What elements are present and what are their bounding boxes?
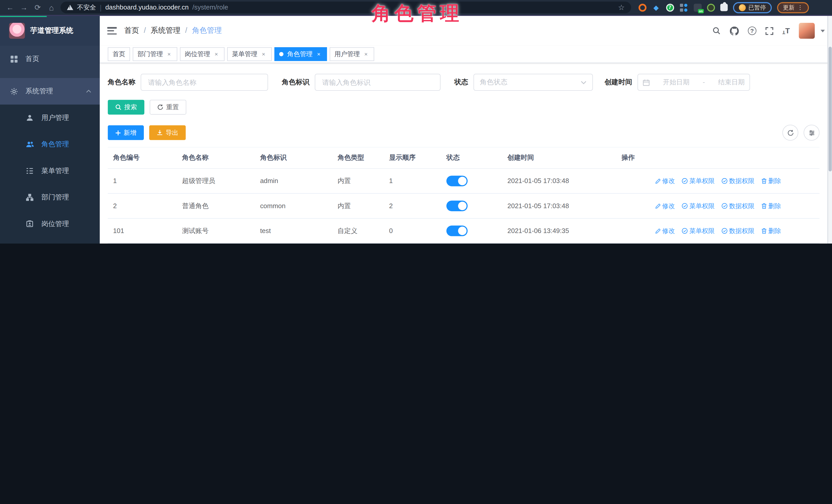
table-tool-buttons <box>782 125 820 140</box>
tab-role-mgmt[interactable]: 角色管理 <box>274 47 327 61</box>
browser-forward-icon[interactable] <box>19 3 29 11</box>
tab-home[interactable]: 首页 <box>108 47 130 61</box>
circle-check-icon <box>721 203 727 209</box>
trash-icon <box>761 178 767 184</box>
tab-menu-mgmt[interactable]: 菜单管理 <box>227 47 272 61</box>
cell-sort: 2 <box>384 193 441 218</box>
edit-label: 修改 <box>662 227 675 235</box>
extensions-puzzle-icon[interactable] <box>720 4 728 11</box>
sidebar-item-label: 用户管理 <box>41 113 69 123</box>
refresh-table-button[interactable] <box>782 125 798 140</box>
app-window: 芋道管理系统 首页 系统管理 <box>0 16 832 243</box>
avatar[interactable] <box>799 23 815 39</box>
extension-green-icon[interactable]: 7 <box>666 3 674 11</box>
browser-back-icon[interactable] <box>5 3 15 11</box>
address-bar[interactable]: 不安全 | dashboard.yudao.iocoder.cn /system… <box>60 2 631 13</box>
search-button-label: 搜索 <box>124 103 137 112</box>
search-button[interactable]: 搜索 <box>108 100 144 114</box>
avatar-caret-icon[interactable] <box>821 29 825 32</box>
role-key-label: 角色标识 <box>282 77 310 87</box>
address-separator: | <box>100 3 102 11</box>
sidebar-item-system[interactable]: 系统管理 <box>0 78 100 105</box>
circle-check-icon <box>681 203 688 209</box>
edit-link[interactable]: 修改 <box>655 176 675 185</box>
sidebar-item-post-mgmt[interactable]: 岗位管理 <box>0 211 100 237</box>
status-select[interactable]: 角色状态 <box>473 74 593 91</box>
close-icon[interactable] <box>213 51 220 58</box>
gear-icon <box>9 87 18 96</box>
close-icon[interactable] <box>315 51 322 58</box>
profile-paused-chip[interactable]: 已暂停 <box>733 2 772 13</box>
scrollbar-thumb[interactable] <box>829 47 832 171</box>
tab-post-mgmt[interactable]: 岗位管理 <box>180 47 225 61</box>
browser-reload-icon[interactable] <box>33 3 42 11</box>
data-permission-link[interactable]: 数据权限 <box>721 176 754 185</box>
date-range-picker[interactable]: 开始日期 - 结束日期 <box>638 74 750 91</box>
delete-link[interactable]: 删除 <box>761 227 781 235</box>
delete-link[interactable]: 删除 <box>761 202 781 210</box>
status-toggle[interactable] <box>446 176 468 186</box>
cell-role-name: 普通角色 <box>177 193 255 218</box>
breadcrumb-current: 角色管理 <box>185 26 222 35</box>
sidebar-item-user-mgmt[interactable]: 用户管理 <box>0 105 100 131</box>
extension-grid-icon[interactable] <box>679 3 688 11</box>
roles-table: 角色编号 角色名称 角色标识 角色类型 显示顺序 状态 创建时间 操作 1 <box>108 147 820 243</box>
breadcrumb-system[interactable]: 系统管理 <box>144 26 181 35</box>
edit-icon <box>655 203 661 209</box>
security-warning-icon[interactable] <box>67 5 73 10</box>
github-icon[interactable] <box>730 26 739 35</box>
menu-permission-link[interactable]: 菜单权限 <box>681 176 714 185</box>
tab-dept-mgmt[interactable]: 部门管理 <box>133 47 177 61</box>
cell-sort: 1 <box>384 168 441 193</box>
trash-icon <box>761 203 767 209</box>
sidebar-logo-row[interactable]: 芋道管理系统 <box>0 16 100 46</box>
extension-gem-icon[interactable] <box>652 3 660 11</box>
extension-switch-icon[interactable]: on <box>693 3 702 11</box>
role-key-input[interactable] <box>321 78 434 87</box>
menu-permission-label: 菜单权限 <box>689 227 714 235</box>
menu-permission-link[interactable]: 菜单权限 <box>681 202 714 210</box>
data-permission-link[interactable]: 数据权限 <box>721 227 754 235</box>
close-icon[interactable] <box>363 51 369 58</box>
sidebar-item-menu-mgmt[interactable]: 菜单管理 <box>0 158 100 184</box>
edit-link[interactable]: 修改 <box>655 227 675 235</box>
extension-monkey-icon[interactable] <box>707 3 715 11</box>
annotation-title: 角色管理 <box>371 1 463 26</box>
calendar-icon <box>643 79 650 86</box>
sidebar-toggle-icon[interactable] <box>107 27 116 35</box>
sidebar-item-dept-mgmt[interactable]: 部门管理 <box>0 184 100 211</box>
tab-label: 部门管理 <box>137 50 163 59</box>
edit-link[interactable]: 修改 <box>655 202 675 210</box>
close-icon[interactable] <box>166 51 173 58</box>
status-toggle[interactable] <box>446 226 468 236</box>
extension-target-icon[interactable] <box>639 3 646 11</box>
role-name-input[interactable] <box>147 78 262 87</box>
browser-home-icon[interactable] <box>47 3 56 12</box>
close-icon[interactable] <box>260 51 267 58</box>
bookmark-star-icon[interactable] <box>618 3 625 11</box>
help-icon[interactable] <box>748 27 756 35</box>
col-role-type: 角色类型 <box>332 147 384 168</box>
sidebar-item-role-mgmt[interactable]: 角色管理 <box>0 131 100 158</box>
menu-permission-link[interactable]: 菜单权限 <box>681 227 714 235</box>
create-time-label: 创建时间 <box>604 77 632 87</box>
browser-update-chip[interactable]: 更新 <box>777 2 809 13</box>
tab-user-mgmt[interactable]: 用户管理 <box>330 47 374 61</box>
fullscreen-icon[interactable] <box>765 27 773 35</box>
browser-scrollbar[interactable] <box>827 16 832 243</box>
data-permission-link[interactable]: 数据权限 <box>721 202 754 210</box>
search-icon[interactable] <box>712 27 721 35</box>
column-settings-button[interactable] <box>804 125 820 140</box>
sidebar-menu: 首页 系统管理 用户管理 <box>0 46 100 243</box>
add-button[interactable]: 新增 <box>108 125 144 140</box>
breadcrumb-home[interactable]: 首页 <box>124 26 139 35</box>
reset-button[interactable]: 重置 <box>150 100 186 114</box>
browser-menu-dots-icon[interactable] <box>797 4 803 11</box>
delete-link[interactable]: 删除 <box>761 176 781 185</box>
export-button[interactable]: 导出 <box>149 125 186 140</box>
sidebar-item-home[interactable]: 首页 <box>0 46 100 72</box>
filter-buttons-row: 搜索 重置 <box>108 100 820 114</box>
sidebar-item-dict-mgmt[interactable]: 字典管理 <box>0 237 100 243</box>
font-size-icon[interactable] <box>782 27 790 35</box>
status-toggle[interactable] <box>446 201 468 211</box>
